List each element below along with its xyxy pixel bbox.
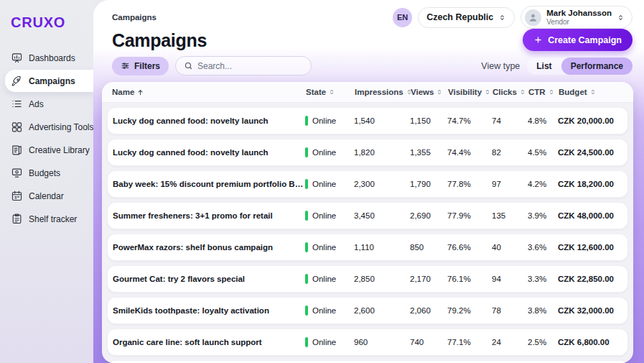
view-type-toggle: List Performance (527, 58, 633, 75)
views-cell: 1,150 (410, 116, 447, 125)
view-option-list[interactable]: List (527, 58, 561, 75)
online-indicator-bar (305, 337, 308, 347)
ctr-cell: 3.9% (528, 211, 558, 220)
table-row[interactable]: Organic care line: soft launch support O… (107, 328, 628, 356)
sidebar-item-creative-library[interactable]: Creative Library (0, 139, 93, 161)
visibility-cell: 74.4% (447, 148, 492, 157)
toolbar-right: View type List Performance (481, 58, 633, 75)
sidebar-item-calendar[interactable]: Calendar (0, 185, 93, 207)
campaign-name-link[interactable]: SmileKids toothpaste: loyalty activation (113, 306, 305, 315)
online-indicator-bar (305, 305, 308, 316)
column-header-ctr[interactable]: CTR (528, 88, 559, 96)
user-role: Vendor (546, 18, 612, 27)
chevrons-up-down-icon (617, 14, 625, 22)
state-label: Online (312, 243, 336, 252)
sort-icon (436, 88, 443, 96)
budget-cell: CZK 12,600.00 (558, 243, 622, 252)
column-header-budget[interactable]: Budget (559, 88, 623, 96)
table-row-partial (107, 360, 628, 363)
table-row[interactable]: Lucky dog canned food: novelty launch On… (107, 139, 628, 166)
sidebar-item-campaigns[interactable]: Campaigns (5, 70, 93, 92)
table-row[interactable]: Summer fresheners: 3+1 promo for retail … (107, 202, 628, 229)
clicks-cell: 40 (492, 243, 528, 252)
budget-cell: CZK 22,850.00 (558, 275, 622, 283)
column-header-visibility[interactable]: Visibility (448, 88, 493, 96)
views-cell: 1,790 (410, 180, 447, 188)
chevrons-up-down-icon (498, 14, 506, 22)
visibility-cell: 79.2% (447, 306, 492, 315)
ctr-cell: 4.2% (528, 180, 558, 188)
country-selector[interactable]: Czech Republic (418, 7, 515, 28)
toolbar: Filters View type List Performance (102, 56, 633, 75)
top-bar: Campaigns EN Czech Republic Mark Johanss… (102, 7, 633, 27)
visibility-cell: 77.9% (447, 211, 492, 220)
search-box[interactable] (175, 56, 312, 75)
campaign-name-link[interactable]: Gourmet Cat: try 2 flavors special (113, 275, 305, 283)
sidebar-item-label: Dashboards (29, 53, 75, 63)
table-row[interactable]: Lucky dog canned food: novelty launch On… (107, 107, 628, 134)
filters-button[interactable]: Filters (112, 57, 169, 75)
sidebar-item-ads[interactable]: Ads (0, 93, 93, 115)
state-badge: Online (305, 179, 354, 189)
table-row[interactable]: SmileKids toothpaste: loyalty activation… (107, 297, 628, 324)
campaigns-icon (11, 75, 23, 87)
sidebar-item-advertising-tools[interactable]: Advertising Tools (0, 116, 93, 138)
column-header-state[interactable]: State (306, 88, 355, 96)
language-badge[interactable]: EN (393, 8, 412, 27)
clicks-cell: 94 (492, 275, 528, 283)
create-campaign-button[interactable]: Create Campaign (523, 29, 633, 51)
online-indicator-bar (305, 242, 308, 252)
table-row[interactable]: PowerMax razors: shelf bonus campaign On… (107, 234, 628, 261)
online-indicator-bar (305, 116, 308, 126)
person-icon (528, 12, 538, 23)
state-badge: Online (305, 242, 354, 252)
search-input[interactable] (197, 61, 303, 71)
column-header-impressions[interactable]: Impressions (355, 88, 411, 96)
sidebar-item-budgets[interactable]: Budgets (0, 162, 93, 184)
create-campaign-label: Create Campaign (548, 35, 622, 45)
user-menu[interactable]: Mark Johansson Vendor (521, 6, 633, 29)
filter-sliders-icon (121, 61, 130, 70)
campaign-name-link[interactable]: PowerMax razors: shelf bonus campaign (113, 243, 305, 252)
budget-cell: CZK 20,000.00 (558, 116, 622, 125)
state-badge: Online (305, 116, 354, 126)
campaign-name-link[interactable]: Lucky dog canned food: novelty launch (113, 148, 305, 157)
table-row[interactable]: Gourmet Cat: try 2 flavors special Onlin… (107, 265, 628, 293)
clicks-cell: 82 (492, 148, 528, 157)
sidebar-item-shelf-tracker[interactable]: Shelf tracker (0, 208, 93, 230)
column-header-views[interactable]: Views (411, 88, 448, 96)
brand-logo: CRUXO (0, 10, 93, 31)
state-badge: Online (305, 305, 354, 316)
sidebar-item-dashboards[interactable]: Dashboards (0, 47, 93, 69)
impressions-cell: 1,110 (354, 243, 410, 252)
column-header-clicks[interactable]: Clicks (493, 88, 528, 96)
impressions-cell: 1,540 (354, 116, 410, 125)
view-option-performance[interactable]: Performance (561, 58, 633, 75)
online-indicator-bar (305, 274, 308, 284)
campaign-name-link[interactable]: Summer fresheners: 3+1 promo for retail (113, 211, 305, 220)
plus-icon (533, 35, 543, 45)
sidebar-menu: Dashboards Campaigns Ads Advertising Too… (0, 47, 93, 230)
budget-cell: CZK 48,000.00 (558, 211, 622, 220)
filters-button-label: Filters (134, 61, 160, 71)
search-icon (184, 61, 193, 70)
impressions-cell: 2,850 (354, 275, 410, 283)
column-header-name[interactable]: Name (112, 88, 306, 96)
state-badge: Online (305, 337, 354, 347)
state-label: Online (312, 275, 336, 283)
budget-cell: CZK 24,500.00 (558, 148, 622, 157)
user-name: Mark Johansson (546, 9, 612, 18)
campaign-name-link[interactable]: Lucky dog canned food: novelty launch (113, 116, 305, 125)
campaign-name-link[interactable]: Baby week: 15% discount premium portfoli… (113, 180, 305, 188)
sidebar-item-label: Creative Library (29, 145, 90, 155)
campaign-name-link[interactable]: Organic care line: soft launch support (113, 338, 305, 346)
column-header-label: State (306, 88, 326, 96)
sidebar-item-label: Budgets (29, 168, 60, 178)
ctr-cell: 4.8% (528, 116, 558, 125)
table-row[interactable]: Baby week: 15% discount premium portfoli… (107, 170, 628, 198)
budgets-icon (11, 167, 23, 179)
shelf-tracker-icon (11, 213, 23, 225)
header-controls: EN Czech Republic Mark Johansson Vendor (393, 6, 633, 29)
dashboards-icon (11, 52, 23, 64)
title-row: Campaigns Create Campaign (102, 29, 633, 51)
